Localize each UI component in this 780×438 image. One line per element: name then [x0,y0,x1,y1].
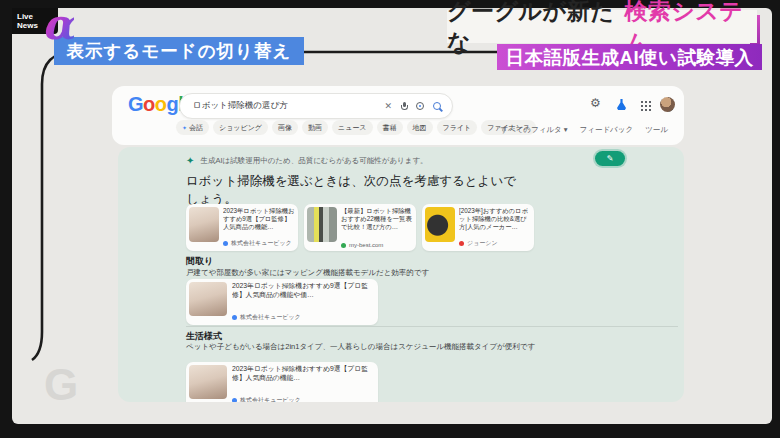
section-divider [186,326,678,327]
search-icon[interactable] [433,102,441,110]
tab-flights[interactable]: フライト [437,120,478,135]
favicon [223,241,228,246]
section-body-floorplan: 戸建てや部屋数が多い家にはマッピング機能搭載モデルだと効率的です [186,267,616,278]
favicon [459,241,464,246]
favicon [341,243,346,248]
favicon [232,398,237,402]
source-card[interactable]: 【最新】ロボット掃除機おすすめ22機種を一覧表で比較！選び方の… my-best… [304,204,416,251]
tab-videos[interactable]: 動画 [302,120,328,135]
ai-experiment-notice: 生成AIは試験運用中のため、品質にむらがある可能性があります。 [200,156,427,166]
search-labs-icon[interactable] [617,99,626,110]
favicon [232,315,237,320]
settings-gear-icon[interactable]: ⚙ [590,96,601,110]
tab-converse[interactable]: ✦会話 [176,120,209,135]
search-input[interactable]: ロボット掃除機の選び方 ✕ [179,93,453,119]
card-thumbnail [307,207,337,242]
feedback-link[interactable]: フィードバック [580,125,634,135]
tab-shopping[interactable]: ショッピング [213,120,268,135]
card-thumbnail [189,282,227,316]
google-apps-grid-icon[interactable] [640,100,651,111]
google-search-header: Google ロボット掃除機の選び方 ✕ ⚙ ✦会話 ショッピング 画像 動画 … [112,86,684,145]
tools-link[interactable]: ツール [645,125,668,135]
tv-frame: G Live News α グーグルが新たな検索システム 日本語版生成AI使い試… [0,0,780,438]
search-tabs: ✦会話 ショッピング 画像 動画 ニュース 書籍 地図 フライト ファイナンス [176,120,536,135]
microphone-icon[interactable] [401,102,407,111]
card-thumbnail [189,365,227,399]
clear-search-icon[interactable]: ✕ [384,101,392,111]
source-card[interactable]: [2023年]おすすめのロボット掃除機の比較&選び方|人気のメーカー… ジョーシ… [422,204,534,251]
sparkle-icon: ✦ [182,124,187,131]
ai-answer-text: ロボット掃除機を選ぶときは、次の点を考慮するとよいでしょう。 [186,172,526,208]
chevron-down-icon: ▾ [564,125,568,134]
source-card[interactable]: 2023年ロボット掃除機おすすめ9選【プロ監修】人気商品の機能や価… 株式会社キ… [186,279,378,325]
logo-line1: Live [17,12,38,21]
sge-ai-panel: ✦ 生成AIは試験運用中のため、品質にむらがある可能性があります。 ✎ ロボット… [118,147,684,402]
tab-news[interactable]: ニュース [332,120,373,135]
generative-ai-sparkle-icon: ✦ [186,155,194,166]
source-card[interactable]: 2023年ロボット掃除機おすすめ9選【プロ監修】人気商品の機能… 株式会社キュー… [186,204,298,251]
sge-expand-button[interactable]: ✎ [595,151,625,166]
section-body-lifestyle: ペットや子どもがいる場合は2in1タイプ、一人暮らしの場合はスケジュール機能搭載… [186,341,616,352]
card-thumbnail [189,207,219,242]
headline-banner-sub: 日本語版生成AI使い試験導入 [497,44,762,70]
source-card[interactable]: 2023年ロボット掃除機おすすめ9選【プロ監修】人気商品の機能… 株式会社キュー… [186,362,378,402]
headline-banner-top: グーグルが新たな検索システム [447,10,757,43]
tab-maps[interactable]: 地図 [407,120,433,135]
tab-images[interactable]: 画像 [272,120,298,135]
tab-books[interactable]: 書籍 [377,120,403,135]
alpha-logo-glyph: α [42,4,74,46]
logo-line2: News [17,21,38,30]
card-thumbnail [425,207,455,242]
search-query-text[interactable]: ロボット掃除機の選び方 [180,100,384,112]
google-lens-icon[interactable] [416,102,424,110]
profile-avatar[interactable] [660,97,675,112]
callout-label: 表示するモードの切り替え [54,37,304,65]
all-filters-menu[interactable]: すべてのフィルタ ▾ [500,125,567,135]
source-card-row: 2023年ロボット掃除機おすすめ9選【プロ監修】人気商品の機能… 株式会社キュー… [186,204,534,251]
